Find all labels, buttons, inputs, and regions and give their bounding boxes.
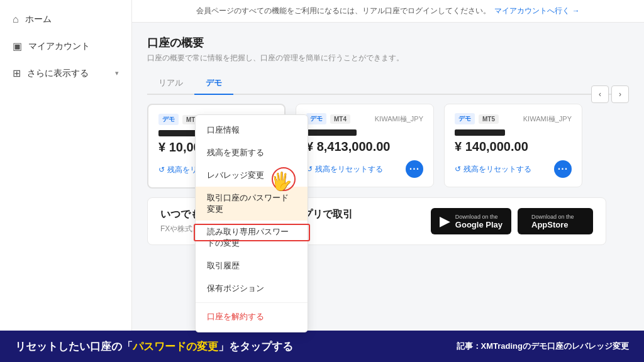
prev-arrow[interactable]: ‹ — [591, 85, 609, 103]
reset-btn-3[interactable]: ↺ 残高をリセットする — [455, 164, 531, 175]
sidebar: ⌂ ホーム ▣ マイアカウント ⊞ さらに表示する ▾ — [0, 0, 132, 333]
dropdown-change-password[interactable]: 取引口座のパスワード変更 — [196, 187, 308, 221]
reset-icon-1: ↺ — [158, 165, 165, 174]
google-play-name: Google Play — [455, 220, 502, 229]
reset-btn-2[interactable]: ↺ 残高をリセットする — [306, 164, 383, 175]
promo-buttons: ▶ Download on the Google Play Download o… — [431, 208, 593, 234]
tag-platform-3: MT5 — [479, 114, 499, 124]
sidebar-item-myaccount[interactable]: ▣ マイアカウント — [0, 33, 131, 60]
dropdown-close-account[interactable]: 口座を解約する — [196, 305, 308, 328]
card-type-3: KIWAMI極_JPY — [523, 114, 572, 124]
top-banner: 会員ページのすべての機能をご利用になるには、リアル口座でログインしてください。 … — [132, 0, 644, 23]
tag-demo-2: デモ — [306, 113, 326, 124]
tag-demo-1: デモ — [158, 114, 179, 125]
bottom-article: 記事：XMTradingのデモ口座のレバレッジ変更 — [457, 341, 629, 352]
card-type-2: KIWAMI極_JPY — [375, 114, 423, 124]
home-icon: ⌂ — [13, 14, 19, 25]
dropdown-update-balance[interactable]: 残高を更新する — [196, 141, 308, 164]
more-btn-3[interactable]: ··· — [554, 160, 572, 178]
google-play-label: Download on the — [455, 214, 502, 220]
account-mask-3 — [455, 129, 505, 136]
google-play-icon: ▶ — [440, 213, 450, 229]
dropdown-positions[interactable]: 保有ポジション — [196, 277, 308, 300]
dropdown-menu: 口座情報 残高を更新する レバレッジ変更 取引口座のパスワード変更 読み取り専用… — [195, 114, 308, 332]
sidebar-item-more[interactable]: ⊞ さらに表示する ▾ — [0, 60, 131, 87]
nav-arrows: ‹ › — [591, 85, 629, 103]
chevron-down-icon: ▾ — [115, 69, 119, 77]
page-title: 口座の概要 — [147, 35, 629, 50]
tag-demo-3: デモ — [455, 113, 475, 124]
account-icon: ▣ — [13, 40, 22, 52]
tag-platform-2: MT4 — [330, 114, 350, 124]
next-arrow[interactable]: › — [611, 85, 629, 103]
bottom-bar: リセットしたい口座の「パスワードの変更」をタップする 記事：XMTradingの… — [0, 331, 644, 362]
grid-icon: ⊞ — [13, 67, 21, 79]
sidebar-item-home[interactable]: ⌂ ホーム — [0, 6, 131, 33]
account-balance-2: ¥ 8,413,000.00 — [306, 140, 423, 154]
account-card-3: デモ MT5 KIWAMI極_JPY ¥ 140,000.00 ↺ 残高をリセッ… — [444, 104, 582, 187]
dropdown-divider — [196, 302, 308, 303]
app-store-btn[interactable]: Download on the AppStore — [518, 208, 593, 234]
tabs: リアル デモ — [147, 72, 629, 95]
top-banner-link[interactable]: マイアカウントへ行く → — [494, 6, 579, 16]
account-card-2: デモ MT4 KIWAMI極_JPY ¥ 8,413,000.00 ↺ 残高をリ… — [296, 104, 434, 187]
tab-demo[interactable]: デモ — [194, 72, 233, 95]
page-subtitle: 口座の概要で常に情報を把握し、口座の管理を簡単に行うことができます。 — [147, 53, 629, 63]
bottom-main-text: リセットしたい口座の「パスワードの変更」をタップする — [15, 339, 293, 354]
more-btn-2[interactable]: ··· — [406, 160, 423, 178]
tab-real[interactable]: リアル — [147, 72, 194, 95]
reset-icon-3: ↺ — [455, 165, 461, 173]
dropdown-change-leverage[interactable]: レバレッジ変更 — [196, 164, 308, 187]
dropdown-account-info[interactable]: 口座情報 — [196, 119, 308, 141]
account-balance-3: ¥ 140,000.00 — [455, 140, 572, 154]
google-play-btn[interactable]: ▶ Download on the Google Play — [431, 208, 511, 234]
account-mask-2 — [306, 129, 357, 136]
dropdown-readonly-password[interactable]: 読み取り専用パスワードの変更 — [196, 221, 308, 255]
dropdown-trade-history[interactable]: 取引履歴 — [196, 255, 308, 277]
app-store-label: Download on the — [531, 214, 574, 220]
app-store-name: AppStore — [531, 220, 574, 229]
